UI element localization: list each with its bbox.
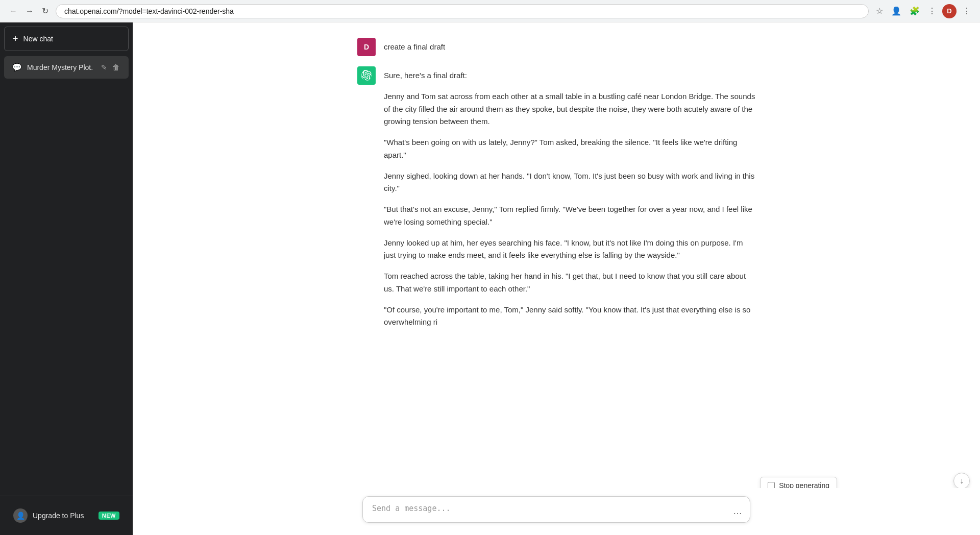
browser-right-icons: ☆ 👤 🧩 ⋮ D ⋮	[874, 4, 973, 18]
user-icon: 👤	[13, 508, 28, 523]
assistant-avatar	[357, 66, 376, 85]
message-input[interactable]	[362, 496, 750, 523]
assistant-paragraph-5: Tom reached across the table, taking her…	[384, 270, 755, 296]
new-chat-label: New chat	[23, 35, 53, 43]
browser-bar: ← → ↻ chat.openai.com/?model=text-davinc…	[0, 0, 980, 22]
scroll-to-bottom-button[interactable]: ↓	[953, 473, 970, 489]
assistant-paragraph-4: Jenny looked up at him, her eyes searchi…	[384, 237, 755, 262]
assistant-paragraph-2: Jenny sighed, looking down at her hands.…	[384, 170, 755, 196]
user-message-content: create a final draft	[384, 38, 755, 54]
chat-area: D create a final draft Sure, here's a fi…	[133, 22, 980, 535]
browser-controls: ← → ↻	[7, 4, 51, 18]
assistant-paragraph-3: "But that's not an excuse, Jenny," Tom r…	[384, 203, 755, 229]
edit-chat-icon[interactable]: ✎	[100, 62, 108, 72]
bookmark-icon[interactable]: ☆	[874, 4, 885, 18]
address-text: chat.openai.com/?model=text-davinci-002-…	[64, 7, 234, 15]
assistant-paragraph-0: Jenny and Tom sat across from each other…	[384, 90, 755, 128]
sidebar: + New chat 💬 Murder Mystery Plot. ✎ 🗑 👤 …	[0, 22, 133, 535]
input-more-button[interactable]: …	[731, 504, 744, 519]
reload-button[interactable]: ↻	[40, 4, 51, 18]
main-content: D create a final draft Sure, here's a fi…	[133, 22, 980, 535]
upgrade-to-plus-button[interactable]: 👤 Upgrade to Plus NEW	[6, 502, 127, 529]
user-avatar[interactable]: D	[942, 4, 957, 18]
assistant-message-content: Sure, here's a final draft: Jenny and To…	[384, 66, 755, 329]
assistant-message-row: Sure, here's a final draft: Jenny and To…	[337, 61, 776, 334]
new-chat-button[interactable]: + New chat	[4, 27, 129, 51]
input-area: …	[133, 488, 980, 535]
user-message-text: create a final draft	[384, 42, 445, 51]
assistant-paragraph-1: "What's been going on with us lately, Je…	[384, 136, 755, 162]
address-bar[interactable]: chat.openai.com/?model=text-davinci-002-…	[56, 4, 869, 18]
user-message-row: D create a final draft	[337, 33, 776, 61]
more-tools-icon[interactable]: ⋮	[926, 4, 938, 18]
sidebar-chat-item[interactable]: 💬 Murder Mystery Plot. ✎ 🗑	[4, 56, 129, 79]
extensions-icon[interactable]: 🧩	[908, 4, 922, 18]
sidebar-chat-actions: ✎ 🗑	[100, 62, 120, 72]
sidebar-history: 💬 Murder Mystery Plot. ✎ 🗑	[0, 55, 133, 496]
assistant-paragraph-6: "Of course, you're important to me, Tom,…	[384, 304, 755, 329]
input-wrapper: …	[362, 496, 750, 525]
user-avatar-chat: D	[357, 38, 376, 56]
browser-menu-icon[interactable]: ⋮	[961, 4, 973, 18]
assistant-intro: Sure, here's a final draft:	[384, 69, 755, 82]
profile-icon[interactable]: 👤	[889, 4, 903, 18]
sidebar-chat-label: Murder Mystery Plot.	[27, 63, 95, 71]
forward-button[interactable]: →	[23, 5, 36, 18]
delete-chat-icon[interactable]: 🗑	[111, 62, 120, 72]
chat-icon: 💬	[12, 63, 22, 72]
upgrade-text: Upgrade to Plus	[33, 512, 93, 520]
input-actions: …	[731, 504, 744, 519]
scroll-down-icon: ↓	[960, 476, 964, 485]
new-badge: NEW	[99, 512, 119, 520]
plus-icon: +	[13, 34, 18, 43]
sidebar-bottom: 👤 Upgrade to Plus NEW	[0, 496, 133, 535]
back-button[interactable]: ←	[7, 5, 19, 18]
